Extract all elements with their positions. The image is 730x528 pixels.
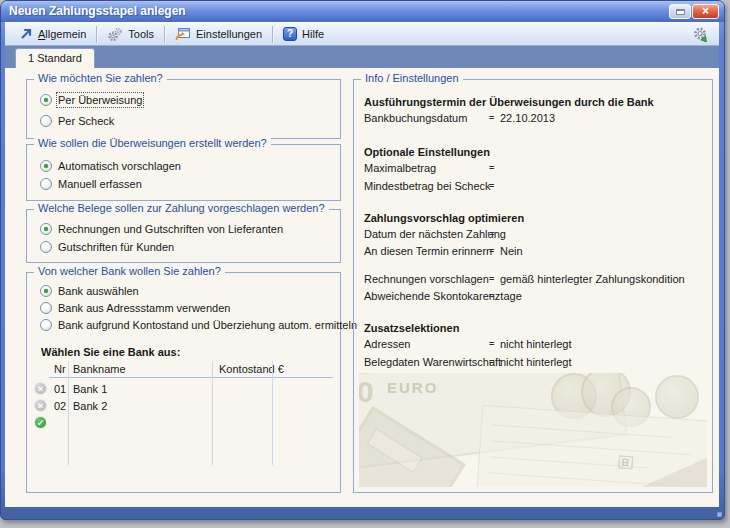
arrow-up-right-icon <box>19 27 33 41</box>
info-row-termin-erinnern: An diesen Termin erinnern = Nein <box>364 245 704 259</box>
group-creation-mode-title: Wie sollen die Überweisungen erstellt we… <box>34 137 271 149</box>
info-label: Abweichende Skontokarenztage <box>364 290 522 302</box>
radio-bank-adressstamm[interactable]: Bank aus Adressstamm verwenden <box>40 302 230 314</box>
info-label: Maximalbetrag <box>364 162 436 174</box>
radio-label: Manuell erfassen <box>58 178 142 190</box>
radio-rechnungen-lieferanten[interactable]: Rechnungen und Gutschriften von Lieferan… <box>40 223 283 235</box>
hilfe-label: Hilfe <box>302 28 324 40</box>
info-label: Mindestbetrag bei Scheck <box>364 180 491 192</box>
toolbar: Allgemein Tools <box>5 22 719 46</box>
close-icon: × <box>702 4 709 18</box>
info-label: Adressen <box>364 338 410 350</box>
info-value: gemäß hinterlegter Zahlungskondition <box>500 273 685 285</box>
info-heading-optionale: Optionale Einstellungen <box>364 146 490 158</box>
col-header-bankname[interactable]: Bankname <box>73 363 126 375</box>
info-label: Bankbuchungsdatum <box>364 112 467 124</box>
window-title: Neuen Zahlungsstapel anlegen <box>9 4 186 18</box>
bank-row-new[interactable]: ✓ <box>34 415 47 430</box>
info-row-skontokarenztage: Abweichende Skontokarenztage = <box>364 290 704 304</box>
toolbar-separator <box>96 26 97 43</box>
equals-icon: = <box>489 339 494 349</box>
banknote-euro-text: EURO <box>387 379 438 396</box>
run-gear-button[interactable] <box>692 26 710 44</box>
radio-label: Per Überweisung <box>58 94 142 106</box>
gears-icon <box>107 27 123 42</box>
dialog-window: Neuen Zahlungsstapel anlegen × Allgemein <box>0 0 725 520</box>
tab-standard-label: 1 Standard <box>28 52 82 64</box>
equals-icon: = <box>489 113 494 123</box>
radio-per-ueberweisung[interactable]: Per Überweisung <box>40 94 142 106</box>
allgemein-button[interactable]: Allgemein <box>11 24 94 44</box>
equals-icon: = <box>489 229 494 239</box>
col-header-kontostand[interactable]: Kontostand € <box>219 363 284 375</box>
deselected-icon: × <box>34 399 47 412</box>
radio-label: Bank aus Adressstamm verwenden <box>58 302 230 314</box>
radio-label: Automatisch vorschlagen <box>58 160 181 172</box>
equals-icon: = <box>489 274 494 284</box>
equals-icon: = <box>489 291 494 301</box>
info-value: nicht hinterlegt <box>500 356 572 368</box>
banknote-zero-text: 0 <box>359 375 374 409</box>
col-header-nr[interactable]: Nr <box>54 363 66 375</box>
deselected-icon: × <box>34 382 47 395</box>
equals-icon: = <box>489 357 494 367</box>
info-label: Rechnungen vorschlagen <box>364 273 489 285</box>
equals-icon: = <box>489 181 494 191</box>
bank-name: Bank 1 <box>73 383 107 395</box>
radio-label: Per Scheck <box>58 115 114 127</box>
close-button[interactable]: × <box>692 4 719 19</box>
equals-icon: = <box>489 163 494 173</box>
maximize-icon <box>676 9 685 15</box>
group-bank-selection: Von welcher Bank wollen Sie zahlen? Bank… <box>26 272 341 493</box>
radio-label: Rechnungen und Gutschriften von Lieferan… <box>58 223 283 235</box>
bank-row-1[interactable]: × 01 Bank 1 <box>34 381 333 396</box>
radio-icon <box>40 302 52 314</box>
bank-row-2[interactable]: × 02 Bank 2 <box>34 398 333 413</box>
info-value: nicht hinterlegt <box>500 338 572 350</box>
info-value: Nein <box>500 245 523 257</box>
einstellungen-button[interactable]: Einstellungen <box>167 24 270 44</box>
tab-standard[interactable]: 1 Standard <box>15 48 95 68</box>
resize-grip[interactable] <box>717 512 722 517</box>
radio-manuell[interactable]: Manuell erfassen <box>40 178 142 190</box>
radio-icon <box>40 241 52 253</box>
confirm-icon: ✓ <box>34 416 47 429</box>
tools-label: Tools <box>128 28 154 40</box>
radio-icon <box>40 178 52 190</box>
allgemein-label: llgemein <box>45 28 86 40</box>
info-row-bankbuchungsdatum: Bankbuchungsdatum = 22.10.2013 <box>364 112 704 126</box>
maximize-button[interactable] <box>669 4 691 19</box>
info-heading-zahlungsvorschlag: Zahlungsvorschlag optimieren <box>364 212 524 224</box>
column-divider <box>212 361 213 465</box>
einstellungen-label: Einstellungen <box>196 28 262 40</box>
bank-select-label: Wählen Sie eine Bank aus: <box>41 346 180 358</box>
radio-icon <box>40 285 52 297</box>
radio-gutschriften-kunden[interactable]: Gutschriften für Kunden <box>40 241 174 253</box>
tools-button[interactable]: Tools <box>99 24 162 44</box>
radio-icon <box>40 94 52 106</box>
settings-form-icon <box>175 27 191 41</box>
radio-icon <box>40 319 52 331</box>
info-row-adressen: Adressen = nicht hinterlegt <box>364 338 704 352</box>
info-value: 22.10.2013 <box>500 112 555 124</box>
info-row-mindestbetrag: Mindestbetrag bei Scheck = <box>364 180 704 194</box>
table-header-underline <box>49 377 333 378</box>
radio-bank-auswaehlen[interactable]: Bank auswählen <box>40 285 139 297</box>
coin-watermark <box>655 375 699 419</box>
group-info-einstellungen: Info / Einstellungen Ausführungstermin d… <box>353 79 713 493</box>
hilfe-button[interactable]: ? Hilfe <box>275 24 332 44</box>
title-bar[interactable]: Neuen Zahlungsstapel anlegen <box>1 1 724 22</box>
radio-label: Bank auswählen <box>58 285 139 297</box>
bank-name: Bank 2 <box>73 400 107 412</box>
radio-icon <box>40 223 52 235</box>
group-document-types: Welche Belege sollen zur Zahlung vorgesc… <box>26 209 341 263</box>
info-row-belegdaten: Belegdaten Warenwirtschaft = nicht hinte… <box>364 356 704 370</box>
radio-bank-kontostand[interactable]: Bank aufgrund Kontostand und Überziehung… <box>40 319 357 331</box>
bank-nr: 02 <box>54 400 66 412</box>
info-row-maximalbetrag: Maximalbetrag = <box>364 162 704 176</box>
column-divider <box>68 361 69 465</box>
radio-automatisch[interactable]: Automatisch vorschlagen <box>40 160 181 172</box>
group-creation-mode: Wie sollen die Überweisungen erstellt we… <box>26 144 341 201</box>
radio-per-scheck[interactable]: Per Scheck <box>40 115 114 127</box>
info-row-rechnungen-vorschlagen: Rechnungen vorschlagen = gemäß hinterleg… <box>364 273 704 287</box>
